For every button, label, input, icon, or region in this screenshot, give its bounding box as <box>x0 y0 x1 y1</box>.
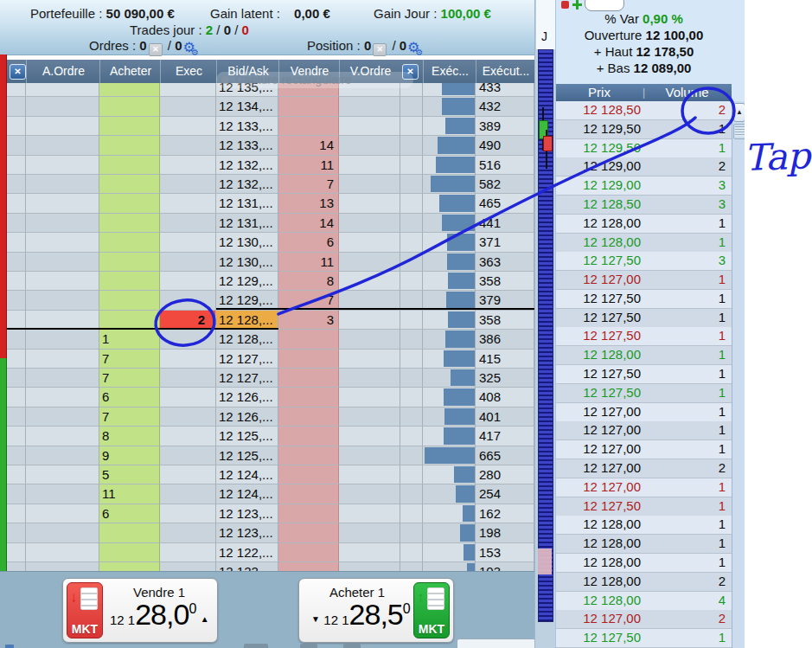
sell-qty-cell[interactable]: 13 <box>278 194 339 213</box>
ladder-close-column-icon[interactable]: ✕ <box>10 64 26 80</box>
price-cell[interactable]: 12 125,... <box>216 446 278 465</box>
buy-order-cell[interactable] <box>26 117 99 136</box>
sell-qty-cell[interactable] <box>278 484 339 504</box>
sell-qty-cell[interactable] <box>278 407 339 427</box>
sell-qty-cell[interactable]: 3 <box>278 311 339 330</box>
sell-qty-cell[interactable]: 8 <box>278 272 339 291</box>
sell-qty-cell[interactable]: 11 <box>278 156 339 175</box>
col-header-acheter[interactable]: Acheter <box>99 60 161 83</box>
exec-cell[interactable] <box>160 175 216 194</box>
exec-cell[interactable] <box>160 369 216 388</box>
sell-qty-cell[interactable] <box>278 446 339 465</box>
exec-cell[interactable] <box>160 233 216 252</box>
exec-cell[interactable] <box>160 427 216 446</box>
buy-order-cell[interactable] <box>26 194 99 213</box>
price-cell[interactable]: 12 132,... <box>216 156 278 175</box>
exec-cell[interactable] <box>160 407 216 427</box>
pin-icon[interactable] <box>561 1 569 9</box>
exec-cell[interactable] <box>160 156 216 175</box>
price-cell[interactable]: 12 125,... <box>216 427 278 446</box>
exec-cell[interactable] <box>160 291 216 310</box>
buy-qty-cell[interactable] <box>99 291 160 310</box>
buy-qty-cell[interactable]: 6 <box>99 388 160 407</box>
mini-chart-strip[interactable]: J <box>534 0 556 648</box>
sell-qty-cell[interactable] <box>278 504 339 523</box>
close-position-button[interactable]: ✕ <box>373 43 387 56</box>
sell-order-cell[interactable] <box>339 388 400 407</box>
buy-order-cell[interactable] <box>26 156 99 175</box>
buy-order-cell[interactable] <box>26 291 99 310</box>
sell-order-cell[interactable] <box>339 465 400 484</box>
col-header-prix[interactable]: Prix <box>556 84 643 101</box>
buy-order-cell[interactable] <box>26 272 99 291</box>
col-header-volume[interactable]: Volume <box>643 84 732 101</box>
sell-order-cell[interactable] <box>339 194 400 213</box>
buy-qty-cell[interactable]: 11 <box>99 484 160 504</box>
buy-qty-cell[interactable]: 7 <box>99 407 160 427</box>
buy-order-cell[interactable] <box>26 311 99 330</box>
sell-order-cell[interactable] <box>339 97 400 116</box>
exec-cell[interactable] <box>160 214 216 233</box>
buy-order-cell[interactable] <box>26 523 99 542</box>
sell-qty-cell[interactable] <box>278 369 339 388</box>
buy-qty-cell[interactable] <box>99 562 160 571</box>
exec-cell[interactable] <box>160 253 216 272</box>
price-cell[interactable]: 12 128,... <box>216 330 278 349</box>
exec-cell[interactable] <box>160 388 216 407</box>
exec-cell[interactable] <box>160 523 216 542</box>
price-cell[interactable]: 12 133,... <box>216 117 278 136</box>
sell-order-cell[interactable] <box>339 543 400 562</box>
buy-order-cell[interactable] <box>26 388 99 407</box>
buy-qty-cell[interactable]: 5 <box>99 465 160 484</box>
sell-order-cell[interactable] <box>339 446 400 465</box>
col-header-exec-bars[interactable]: Exéc... <box>423 60 476 83</box>
sell-order-cell[interactable] <box>339 311 400 330</box>
sell-qty-cell[interactable] <box>278 543 339 562</box>
exec-cell[interactable] <box>160 465 216 484</box>
buy-order-cell[interactable] <box>26 350 99 369</box>
col-header-a-ordre[interactable]: A.Ordre <box>26 60 100 83</box>
sell-order-cell[interactable] <box>339 562 400 571</box>
price-cell[interactable]: 12 131,... <box>216 214 278 233</box>
buy-qty-cell[interactable] <box>99 175 160 194</box>
price-cell[interactable]: 12 128,... <box>216 311 278 330</box>
price-cell[interactable]: 12 126,... <box>216 407 278 427</box>
buy-qty-cell[interactable] <box>99 233 160 252</box>
price-cell[interactable]: 12 122,... <box>216 562 278 571</box>
sell-qty-cell[interactable]: 14 <box>278 136 339 155</box>
sell-order-cell[interactable] <box>339 233 400 252</box>
buy-qty-cell[interactable] <box>99 97 160 116</box>
sell-order-cell[interactable] <box>339 175 400 194</box>
buy-qty-cell[interactable] <box>99 311 160 330</box>
exec-cell[interactable] <box>160 117 216 136</box>
buy-order-cell[interactable] <box>26 446 99 465</box>
sell-qty-cell[interactable]: 7 <box>278 175 339 194</box>
sell-order-cell[interactable] <box>339 484 400 504</box>
buy-order-cell[interactable] <box>26 504 99 523</box>
position-settings-icon[interactable]: ⚙⚙ <box>407 40 423 55</box>
buy-order-cell[interactable] <box>26 253 99 272</box>
exec-cell[interactable] <box>160 562 216 571</box>
price-cell[interactable]: 12 127,... <box>216 369 278 388</box>
sell-order-cell[interactable] <box>339 350 400 369</box>
buy-order-cell[interactable] <box>26 543 99 562</box>
buy-qty-cell[interactable] <box>99 83 160 97</box>
buy-qty-cell[interactable]: 8 <box>99 427 160 446</box>
sell-order-cell[interactable] <box>339 136 400 155</box>
exec-cell[interactable] <box>160 350 216 369</box>
sell-button[interactable]: ↓ MKT Vendre 1 12 128,00 ▲ <box>62 578 218 643</box>
sell-order-cell[interactable] <box>339 272 400 291</box>
exec-cell[interactable] <box>160 97 216 116</box>
price-cell[interactable]: 12 124,... <box>216 465 278 484</box>
sell-order-cell[interactable] <box>339 214 400 233</box>
buy-qty-cell[interactable] <box>99 156 160 175</box>
sell-qty-cell[interactable] <box>278 117 339 136</box>
buy-order-cell[interactable] <box>26 97 99 116</box>
sell-qty-cell[interactable] <box>278 330 339 349</box>
toolbar-input[interactable] <box>585 0 624 11</box>
exec-cell[interactable] <box>160 83 216 97</box>
exec-cell[interactable] <box>160 446 216 465</box>
tape-scrollbar[interactable]: ▲ <box>732 101 745 648</box>
buy-qty-cell[interactable] <box>99 117 160 136</box>
buy-order-cell[interactable] <box>26 330 99 349</box>
